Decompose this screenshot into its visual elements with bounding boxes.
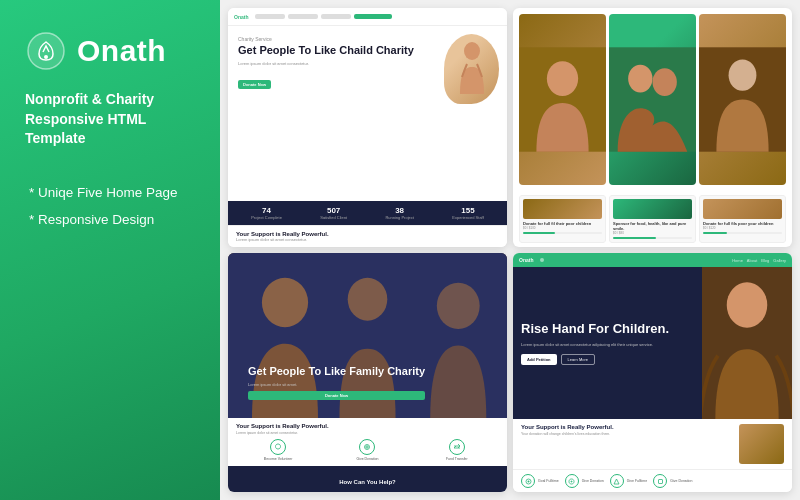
- card1-heading: Get People To Like Chaild Charity: [238, 44, 497, 57]
- card2-img-3: [699, 14, 786, 185]
- dc-progress-fill-3: [703, 232, 727, 234]
- card4-nav-home: Home: [732, 258, 743, 263]
- card2-donate-cards: Donate for full fil their poor children …: [513, 191, 792, 247]
- card4-nav-about: About: [747, 258, 757, 263]
- preview-card-rise-hand: Onath Home About Blog Gallery Rise Hand …: [513, 253, 792, 492]
- nav-dot-1: [255, 14, 285, 19]
- card4-buttons: Add Petition Learn More: [521, 354, 694, 365]
- svg-point-18: [527, 480, 529, 482]
- card4-bg-image: [702, 267, 792, 419]
- svg-point-16: [727, 282, 768, 328]
- svg-point-7: [653, 68, 677, 96]
- nav-dot-2: [288, 14, 318, 19]
- give-label: Give Donation: [670, 479, 692, 483]
- goal-icon: [521, 474, 535, 488]
- volunteer-icon: [270, 439, 286, 455]
- card1-donate-btn[interactable]: Donate Now: [238, 80, 271, 89]
- dc-progress-2: [613, 237, 692, 239]
- logo-area: Onath: [25, 30, 200, 72]
- fulltime-label: Give Fulltime: [627, 479, 647, 483]
- card2-images-row: [513, 8, 792, 191]
- action-btn-transfer: Fund Transfer: [415, 439, 499, 461]
- card1-support-bar: Your Support is Really Powerful. Lorem i…: [228, 225, 507, 247]
- card3-donate-btn[interactable]: Donate Now: [248, 391, 425, 400]
- card3-desc: Lorem ipsum dolor sit amet.: [248, 382, 425, 387]
- action-btn-volunteer: Become Volunteer: [236, 439, 320, 461]
- card2-img-1: [519, 14, 606, 185]
- main-container: Onath Nonprofit & Charity Responsive HTM…: [0, 0, 800, 500]
- action-btn-donation-label: Give Donation: [325, 457, 409, 461]
- card1-sublabel: Charity Service: [238, 36, 497, 42]
- donate-card-2: Sponsor for food, health, like and pure …: [609, 195, 696, 243]
- give-icon: [653, 474, 667, 488]
- card4-primary-btn[interactable]: Add Petition: [521, 354, 557, 365]
- card4-text-side: Rise Hand For Children. Lorem ipsum dolo…: [513, 267, 702, 419]
- svg-point-13: [437, 283, 480, 329]
- card1-brand: Onath: [234, 14, 248, 20]
- card3-heading: Get People To Like Family Charity: [248, 365, 425, 378]
- card3-support-title: Your Support is Really Powerful.: [236, 423, 499, 429]
- action-btn-transfer-label: Fund Transfer: [415, 457, 499, 461]
- donate-card-1-img: [523, 199, 602, 219]
- card4-navbar: Onath Home About Blog Gallery: [513, 253, 792, 267]
- card1-navbar: Onath: [228, 8, 507, 26]
- card3-help-footer: How Can You Help?: [228, 466, 507, 492]
- svg-point-12: [348, 278, 388, 321]
- logo-icon: [25, 30, 67, 72]
- dc-progress-3: [703, 232, 782, 234]
- preview-card-child-charity: Onath Charity Service Get People To Like…: [228, 8, 507, 247]
- card4-support-text: Your Support is Really Powerful. Your do…: [521, 424, 733, 437]
- donate-card-1: Donate for full fil their poor children …: [519, 195, 606, 243]
- card4-support-title: Your Support is Really Powerful.: [521, 424, 733, 430]
- donation-icon: [359, 439, 375, 455]
- stat-clients: 507 Satisfied Client: [320, 206, 347, 220]
- bottom-icon-4: Give Donation: [653, 474, 692, 488]
- card4-desc: Lorem ipsum dolor sit amet consectetur a…: [521, 342, 694, 348]
- card4-nav-dot-1: [540, 258, 544, 262]
- card3-support: Your Support is Really Powerful. Lorem i…: [228, 418, 507, 466]
- card3-action-btns: Become Volunteer Give Donation Fund Tran…: [236, 439, 499, 461]
- bottom-icon-3: Give Fulltime: [610, 474, 647, 488]
- svg-point-4: [547, 61, 578, 96]
- donation2-icon: [565, 474, 579, 488]
- svg-point-11: [262, 278, 308, 328]
- help-title: How Can You Help?: [339, 479, 395, 485]
- preview-card-family: Get People To Like Family Charity Lorem …: [228, 253, 507, 492]
- dc-progress-1: [523, 232, 602, 234]
- bottom-icon-2: Give Donation: [565, 474, 604, 488]
- donate-card-3: Donate for full fils poor your children …: [699, 195, 786, 243]
- preview-card-collage: Donate for full fil their poor children …: [513, 8, 792, 247]
- action-btn-donation: Give Donation: [325, 439, 409, 461]
- card1-support-desc: Lorem ipsum dolor sit amet consectetur.: [236, 237, 499, 242]
- svg-rect-19: [658, 479, 662, 483]
- svg-point-0: [28, 33, 64, 69]
- card4-content: Rise Hand For Children. Lorem ipsum dolo…: [513, 267, 792, 419]
- features-list: * Uniqe Five Home Page * Responsive Desi…: [25, 185, 200, 239]
- brand-tagline: Nonprofit & Charity Responsive HTML Temp…: [25, 90, 200, 149]
- nav-dot-3: [321, 14, 351, 19]
- card2-img-2: [609, 14, 696, 185]
- card4-support-desc: Your donation will change children's liv…: [521, 432, 733, 437]
- svg-point-9: [729, 59, 757, 90]
- card3-hero: Get People To Like Family Charity Lorem …: [228, 253, 507, 418]
- card4-image-side: [702, 267, 792, 419]
- card4-support: Your Support is Really Powerful. Your do…: [513, 419, 792, 469]
- nav-dot-donate: [354, 14, 392, 19]
- card4-secondary-btn[interactable]: Learn More: [561, 354, 595, 365]
- right-panel: Onath Charity Service Get People To Like…: [220, 0, 800, 500]
- card4-brand: Onath: [519, 257, 533, 263]
- bottom-icon-1: Goal Fulltime: [521, 474, 559, 488]
- action-btn-volunteer-label: Become Volunteer: [236, 457, 320, 461]
- stat-projects: 74 Project Complete: [251, 206, 282, 220]
- card4-nav-blog: Blog: [761, 258, 769, 263]
- brand-name: Onath: [77, 34, 166, 68]
- card3-support-desc: Lorem ipsum dolor sit amet consectetur.: [236, 431, 499, 435]
- feature-item-2: * Responsive Design: [25, 212, 200, 227]
- stat-staff: 155 Experienced Staff: [452, 206, 484, 220]
- card1-desc: Lorem ipsum dolor sit amet consectetur.: [238, 61, 497, 67]
- transfer-icon: [449, 439, 465, 455]
- svg-point-1: [44, 55, 48, 59]
- card1-stats-bar: 74 Project Complete 507 Satisfied Client…: [228, 201, 507, 225]
- fulltime-icon: [610, 474, 624, 488]
- card4-nav-gallery: Gallery: [773, 258, 786, 263]
